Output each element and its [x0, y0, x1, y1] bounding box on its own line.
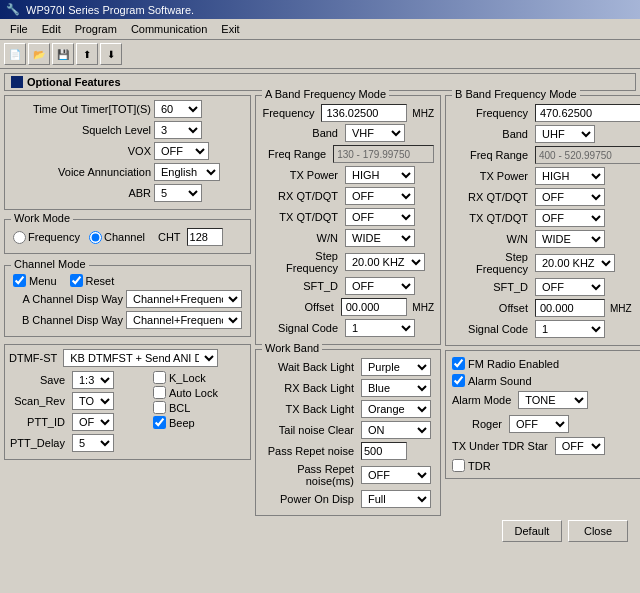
a-tx-qt-dqt-select[interactable]: OFF [345, 208, 415, 226]
time-out-timer-select[interactable]: 60 [154, 100, 202, 118]
a-band-label: Band [262, 127, 342, 139]
menu-checkbox-label: Menu [29, 275, 57, 287]
ptt-id-select[interactable]: OFF [72, 413, 114, 431]
fm-radio-checkbox[interactable] [452, 357, 465, 370]
tdr-label: TDR [468, 460, 491, 472]
k-lock-label: K_Lock [169, 372, 206, 384]
a-band-select[interactable]: VHF [345, 124, 405, 142]
abr-select[interactable]: 5 [154, 184, 202, 202]
toolbar-upload-btn[interactable]: ⬆ [76, 43, 98, 65]
ptt-delay-label: PTT_Delay [9, 437, 69, 449]
tdr-checkbox[interactable] [452, 459, 465, 472]
bottom-left-box: DTMF-ST KB DTMFST + Send ANI DTM Save 1:… [4, 344, 251, 460]
a-channel-disp-select[interactable]: Channel+Frequency [126, 290, 242, 308]
b-sft-d-select[interactable]: OFF [535, 278, 605, 296]
b-channel-disp-select[interactable]: Channel+Frequency [126, 311, 242, 329]
b-offset-mhz: MHZ [610, 303, 632, 314]
alarm-sound-checkbox[interactable] [452, 374, 465, 387]
a-step-freq-select[interactable]: 20.00 KHZ [345, 253, 425, 271]
menu-checkbox[interactable] [13, 274, 26, 287]
a-tx-power-select[interactable]: HIGH [345, 166, 415, 184]
roger-label: Roger [452, 418, 502, 430]
dtmf-st-select[interactable]: KB DTMFST + Send ANI DTM [63, 349, 218, 367]
save-select[interactable]: 1:3 [72, 371, 114, 389]
tail-noise-clear-label: Tail noise Clear [262, 424, 358, 436]
a-rx-qt-dqt-select[interactable]: OFF [345, 187, 415, 205]
abr-label: ABR [11, 187, 151, 199]
bottom-left-col: Save 1:3 Scan_Rev TO PTT_ID [9, 371, 149, 455]
b-tx-qt-dqt-label: TX QT/DQT [452, 212, 532, 224]
title-bar: 🔧 WP970I Series Program Software. [0, 0, 640, 19]
tx-under-tdr-star-label: TX Under TDR Star [452, 440, 548, 452]
auto-lock-checkbox[interactable] [153, 386, 166, 399]
toolbar-save-btn[interactable]: 💾 [52, 43, 74, 65]
a-freq-range-value: 130 - 179.99750 [337, 149, 410, 160]
toolbar-open-btn[interactable]: 📂 [28, 43, 50, 65]
channel-radio-label: Channel [104, 231, 145, 243]
scan-rev-select[interactable]: TO [72, 392, 114, 410]
alarm-mode-select[interactable]: TONE [518, 391, 588, 409]
squelch-level-select[interactable]: 3 [154, 121, 202, 139]
voice-annunciation-select[interactable]: English [154, 163, 220, 181]
tail-noise-clear-select[interactable]: ON [361, 421, 431, 439]
vox-select[interactable]: OFF [154, 142, 209, 160]
a-wn-label: W/N [262, 232, 342, 244]
cht-label: CHT [158, 231, 181, 243]
footer-bar: Default Close [4, 516, 636, 546]
tx-under-tdr-star-select[interactable]: OFF [555, 437, 605, 455]
frequency-radio[interactable] [13, 231, 26, 244]
b-signal-code-select[interactable]: 1 [535, 320, 605, 338]
time-out-timer-label: Time Out Timer[TOT](S) [11, 103, 151, 115]
pass-repeat-noise-input[interactable] [361, 442, 407, 460]
b-step-freq-select[interactable]: 20.00 KHZ [535, 254, 615, 272]
default-button[interactable]: Default [502, 520, 562, 542]
menu-edit[interactable]: Edit [36, 21, 67, 37]
toolbar-download-btn[interactable]: ⬇ [100, 43, 122, 65]
roger-select[interactable]: OFF [509, 415, 569, 433]
menu-communication[interactable]: Communication [125, 21, 213, 37]
power-on-disp-select[interactable]: Full [361, 490, 431, 508]
a-signal-code-select[interactable]: 1 [345, 319, 415, 337]
b-freq-range-label: Freq Range [452, 149, 532, 161]
channel-mode-box: Channel Mode Menu Reset A Channel Disp W… [4, 265, 251, 337]
k-lock-checkbox[interactable] [153, 371, 166, 384]
pass-repeat-noise-ms-label: Pass Repet noise(ms) [262, 463, 358, 487]
ptt-delay-select[interactable]: 5 [72, 434, 114, 452]
a-channel-disp-label: A Channel Disp Way [13, 293, 123, 305]
b-band-select[interactable]: UHF [535, 125, 595, 143]
menu-exit[interactable]: Exit [215, 21, 245, 37]
pass-repeat-noise-ms-select[interactable]: OFF [361, 466, 431, 484]
bcl-checkbox[interactable] [153, 401, 166, 414]
a-wn-select[interactable]: WIDE [345, 229, 415, 247]
squelch-level-label: Squelch Level [11, 124, 151, 136]
rx-back-light-select[interactable]: Blue [361, 379, 431, 397]
a-sft-d-select[interactable]: OFF [345, 277, 415, 295]
a-band-title: A Band Frequency Mode [262, 88, 389, 100]
b-freq-display: 470.62500 [535, 104, 640, 122]
a-freq-range-display: 130 - 179.99750 [333, 145, 434, 163]
cht-input[interactable] [187, 228, 223, 246]
b-offset-label: Offset [452, 302, 532, 314]
tx-back-light-select[interactable]: Orange [361, 400, 431, 418]
b-step-freq-label: Step Frequency [452, 251, 532, 275]
a-freq-mhz: MHZ [412, 108, 434, 119]
b-wn-select[interactable]: WIDE [535, 230, 605, 248]
menu-file[interactable]: File [4, 21, 34, 37]
b-tx-qt-dqt-select[interactable]: OFF [535, 209, 605, 227]
b-sft-d-label: SFT_D [452, 281, 532, 293]
wait-back-light-select[interactable]: Purple [361, 358, 431, 376]
toolbar-new-btn[interactable]: 📄 [4, 43, 26, 65]
right-column: B Band Frequency Mode Frequency 470.6250… [445, 95, 640, 516]
work-band-title: Work Band [262, 342, 322, 354]
beep-checkbox[interactable] [153, 416, 166, 429]
b-rx-qt-dqt-select[interactable]: OFF [535, 188, 605, 206]
channel-radio[interactable] [89, 231, 102, 244]
close-button[interactable]: Close [568, 520, 628, 542]
a-tx-qt-dqt-label: TX QT/DQT [262, 211, 342, 223]
b-tx-power-select[interactable]: HIGH [535, 167, 605, 185]
b-offset-display: 00.000 [535, 299, 605, 317]
menu-program[interactable]: Program [69, 21, 123, 37]
reset-checkbox[interactable] [70, 274, 83, 287]
save-label: Save [9, 374, 69, 386]
a-signal-code-label: Signal Code [262, 322, 342, 334]
